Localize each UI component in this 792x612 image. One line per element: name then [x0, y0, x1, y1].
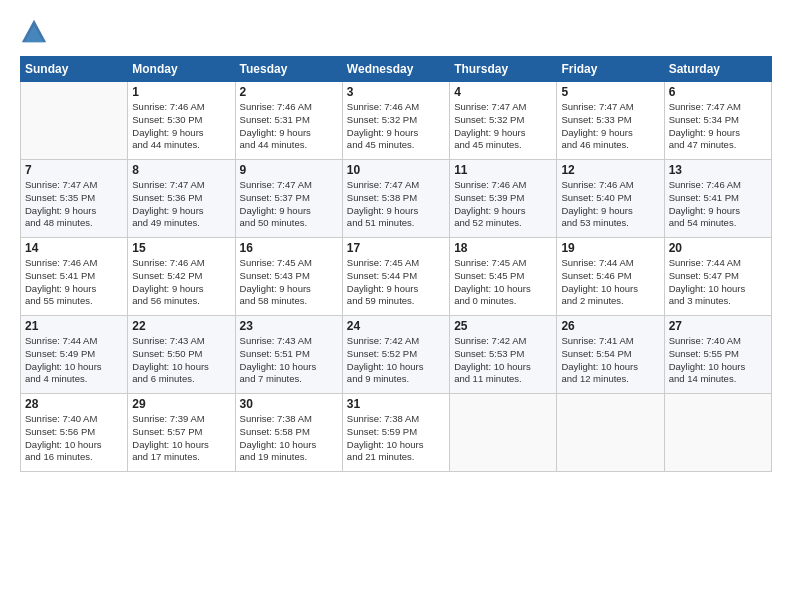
calendar-cell: 11Sunrise: 7:46 AMSunset: 5:39 PMDayligh… [450, 160, 557, 238]
logo-icon [20, 18, 48, 46]
cell-details: Sunrise: 7:46 AMSunset: 5:31 PMDaylight:… [240, 101, 338, 152]
cell-details: Sunrise: 7:44 AMSunset: 5:46 PMDaylight:… [561, 257, 659, 308]
cell-details: Sunrise: 7:42 AMSunset: 5:52 PMDaylight:… [347, 335, 445, 386]
day-number: 30 [240, 397, 338, 411]
cell-details: Sunrise: 7:40 AMSunset: 5:55 PMDaylight:… [669, 335, 767, 386]
day-number: 16 [240, 241, 338, 255]
calendar-cell: 28Sunrise: 7:40 AMSunset: 5:56 PMDayligh… [21, 394, 128, 472]
calendar-cell [664, 394, 771, 472]
header [20, 18, 772, 46]
week-row-3: 14Sunrise: 7:46 AMSunset: 5:41 PMDayligh… [21, 238, 772, 316]
cell-details: Sunrise: 7:46 AMSunset: 5:41 PMDaylight:… [25, 257, 123, 308]
day-number: 12 [561, 163, 659, 177]
week-row-2: 7Sunrise: 7:47 AMSunset: 5:35 PMDaylight… [21, 160, 772, 238]
day-number: 21 [25, 319, 123, 333]
day-number: 2 [240, 85, 338, 99]
day-number: 25 [454, 319, 552, 333]
day-number: 31 [347, 397, 445, 411]
week-row-4: 21Sunrise: 7:44 AMSunset: 5:49 PMDayligh… [21, 316, 772, 394]
calendar-cell [557, 394, 664, 472]
cell-details: Sunrise: 7:43 AMSunset: 5:51 PMDaylight:… [240, 335, 338, 386]
day-number: 7 [25, 163, 123, 177]
day-number: 11 [454, 163, 552, 177]
calendar-cell: 22Sunrise: 7:43 AMSunset: 5:50 PMDayligh… [128, 316, 235, 394]
day-number: 27 [669, 319, 767, 333]
cell-details: Sunrise: 7:46 AMSunset: 5:42 PMDaylight:… [132, 257, 230, 308]
day-number: 10 [347, 163, 445, 177]
calendar-cell: 23Sunrise: 7:43 AMSunset: 5:51 PMDayligh… [235, 316, 342, 394]
day-number: 28 [25, 397, 123, 411]
cell-details: Sunrise: 7:44 AMSunset: 5:49 PMDaylight:… [25, 335, 123, 386]
calendar-cell: 31Sunrise: 7:38 AMSunset: 5:59 PMDayligh… [342, 394, 449, 472]
day-number: 14 [25, 241, 123, 255]
calendar-cell: 25Sunrise: 7:42 AMSunset: 5:53 PMDayligh… [450, 316, 557, 394]
calendar-table: SundayMondayTuesdayWednesdayThursdayFrid… [20, 56, 772, 472]
cell-details: Sunrise: 7:47 AMSunset: 5:35 PMDaylight:… [25, 179, 123, 230]
cell-details: Sunrise: 7:47 AMSunset: 5:38 PMDaylight:… [347, 179, 445, 230]
cell-details: Sunrise: 7:46 AMSunset: 5:32 PMDaylight:… [347, 101, 445, 152]
day-number: 20 [669, 241, 767, 255]
cell-details: Sunrise: 7:38 AMSunset: 5:58 PMDaylight:… [240, 413, 338, 464]
day-number: 8 [132, 163, 230, 177]
day-number: 1 [132, 85, 230, 99]
calendar-cell: 2Sunrise: 7:46 AMSunset: 5:31 PMDaylight… [235, 82, 342, 160]
calendar-cell: 5Sunrise: 7:47 AMSunset: 5:33 PMDaylight… [557, 82, 664, 160]
calendar-cell: 4Sunrise: 7:47 AMSunset: 5:32 PMDaylight… [450, 82, 557, 160]
calendar-cell: 1Sunrise: 7:46 AMSunset: 5:30 PMDaylight… [128, 82, 235, 160]
day-number: 19 [561, 241, 659, 255]
week-row-5: 28Sunrise: 7:40 AMSunset: 5:56 PMDayligh… [21, 394, 772, 472]
calendar-cell: 14Sunrise: 7:46 AMSunset: 5:41 PMDayligh… [21, 238, 128, 316]
calendar-cell: 10Sunrise: 7:47 AMSunset: 5:38 PMDayligh… [342, 160, 449, 238]
cell-details: Sunrise: 7:46 AMSunset: 5:41 PMDaylight:… [669, 179, 767, 230]
logo [20, 18, 52, 46]
calendar-cell [450, 394, 557, 472]
day-number: 22 [132, 319, 230, 333]
week-row-1: 1Sunrise: 7:46 AMSunset: 5:30 PMDaylight… [21, 82, 772, 160]
day-number: 4 [454, 85, 552, 99]
calendar-cell: 13Sunrise: 7:46 AMSunset: 5:41 PMDayligh… [664, 160, 771, 238]
calendar-cell: 15Sunrise: 7:46 AMSunset: 5:42 PMDayligh… [128, 238, 235, 316]
calendar-cell: 6Sunrise: 7:47 AMSunset: 5:34 PMDaylight… [664, 82, 771, 160]
calendar-cell: 3Sunrise: 7:46 AMSunset: 5:32 PMDaylight… [342, 82, 449, 160]
cell-details: Sunrise: 7:47 AMSunset: 5:33 PMDaylight:… [561, 101, 659, 152]
cell-details: Sunrise: 7:46 AMSunset: 5:30 PMDaylight:… [132, 101, 230, 152]
day-number: 13 [669, 163, 767, 177]
cell-details: Sunrise: 7:40 AMSunset: 5:56 PMDaylight:… [25, 413, 123, 464]
header-cell-thursday: Thursday [450, 57, 557, 82]
cell-details: Sunrise: 7:46 AMSunset: 5:39 PMDaylight:… [454, 179, 552, 230]
cell-details: Sunrise: 7:44 AMSunset: 5:47 PMDaylight:… [669, 257, 767, 308]
cell-details: Sunrise: 7:38 AMSunset: 5:59 PMDaylight:… [347, 413, 445, 464]
cell-details: Sunrise: 7:47 AMSunset: 5:37 PMDaylight:… [240, 179, 338, 230]
cell-details: Sunrise: 7:46 AMSunset: 5:40 PMDaylight:… [561, 179, 659, 230]
header-cell-saturday: Saturday [664, 57, 771, 82]
cell-details: Sunrise: 7:45 AMSunset: 5:43 PMDaylight:… [240, 257, 338, 308]
calendar-cell: 21Sunrise: 7:44 AMSunset: 5:49 PMDayligh… [21, 316, 128, 394]
day-number: 3 [347, 85, 445, 99]
header-row: SundayMondayTuesdayWednesdayThursdayFrid… [21, 57, 772, 82]
header-cell-tuesday: Tuesday [235, 57, 342, 82]
cell-details: Sunrise: 7:39 AMSunset: 5:57 PMDaylight:… [132, 413, 230, 464]
cell-details: Sunrise: 7:45 AMSunset: 5:44 PMDaylight:… [347, 257, 445, 308]
header-cell-friday: Friday [557, 57, 664, 82]
calendar-cell: 19Sunrise: 7:44 AMSunset: 5:46 PMDayligh… [557, 238, 664, 316]
day-number: 17 [347, 241, 445, 255]
cell-details: Sunrise: 7:43 AMSunset: 5:50 PMDaylight:… [132, 335, 230, 386]
calendar-cell: 7Sunrise: 7:47 AMSunset: 5:35 PMDaylight… [21, 160, 128, 238]
day-number: 29 [132, 397, 230, 411]
calendar-cell: 17Sunrise: 7:45 AMSunset: 5:44 PMDayligh… [342, 238, 449, 316]
cell-details: Sunrise: 7:47 AMSunset: 5:32 PMDaylight:… [454, 101, 552, 152]
day-number: 23 [240, 319, 338, 333]
calendar-cell: 26Sunrise: 7:41 AMSunset: 5:54 PMDayligh… [557, 316, 664, 394]
calendar-cell: 20Sunrise: 7:44 AMSunset: 5:47 PMDayligh… [664, 238, 771, 316]
day-number: 15 [132, 241, 230, 255]
calendar-cell: 29Sunrise: 7:39 AMSunset: 5:57 PMDayligh… [128, 394, 235, 472]
header-cell-wednesday: Wednesday [342, 57, 449, 82]
calendar-cell: 24Sunrise: 7:42 AMSunset: 5:52 PMDayligh… [342, 316, 449, 394]
cell-details: Sunrise: 7:41 AMSunset: 5:54 PMDaylight:… [561, 335, 659, 386]
calendar-cell: 8Sunrise: 7:47 AMSunset: 5:36 PMDaylight… [128, 160, 235, 238]
calendar-cell: 18Sunrise: 7:45 AMSunset: 5:45 PMDayligh… [450, 238, 557, 316]
day-number: 26 [561, 319, 659, 333]
cell-details: Sunrise: 7:47 AMSunset: 5:36 PMDaylight:… [132, 179, 230, 230]
day-number: 24 [347, 319, 445, 333]
day-number: 18 [454, 241, 552, 255]
